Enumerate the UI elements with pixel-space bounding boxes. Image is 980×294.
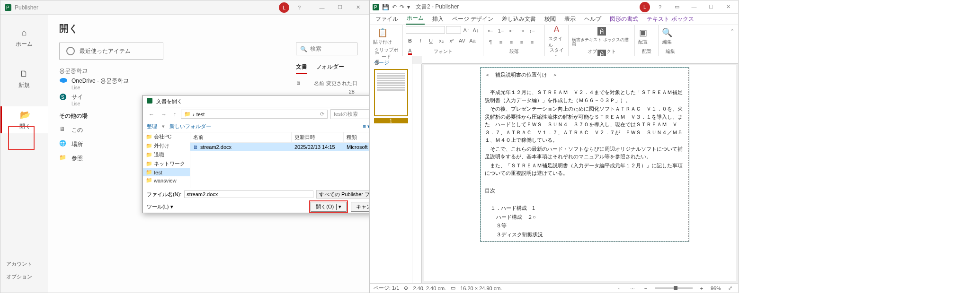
help-icon[interactable]: ?: [653, 2, 667, 12]
main-textbox[interactable]: ＜ 補足説明書の位置付け ＞ 平成元年１２月に、ＳＴＲＥＡＭ Ｖ２．４までを対象…: [481, 68, 689, 242]
tree-wansview[interactable]: 📁wansview: [143, 176, 190, 184]
nav-new[interactable]: 🗋 新規: [0, 65, 48, 92]
clear-format-button[interactable]: Aa: [468, 36, 477, 45]
font-size-combo[interactable]: [446, 26, 461, 34]
close-button[interactable]: ✕: [721, 2, 735, 12]
zoom-slider[interactable]: [655, 287, 693, 289]
ribbon-display-button[interactable]: ▭: [670, 2, 684, 12]
file-row[interactable]: 🗎stream2.docx 2025/02/13 14:15 Microsoft…: [190, 143, 391, 151]
filename-label: ファイル名(N):: [147, 191, 181, 198]
zoom-level[interactable]: 96%: [711, 285, 721, 291]
view-spread-button[interactable]: ▫▫: [628, 284, 637, 293]
tab-folders[interactable]: フォルダー: [316, 61, 344, 74]
collapse-ribbon-button[interactable]: ⌃: [728, 27, 736, 35]
horizontal-ruler[interactable]: [422, 56, 738, 64]
filename-input[interactable]: [184, 190, 313, 198]
grow-font-button[interactable]: A↑: [462, 26, 471, 35]
arrange-button[interactable]: ▣配置: [638, 26, 648, 47]
align-right-button[interactable]: ≡: [517, 38, 526, 46]
align-left-button[interactable]: ≡: [497, 38, 505, 46]
tree-test[interactable]: 📁test: [143, 168, 190, 176]
tree-company-pc[interactable]: 📁会社PC: [143, 132, 190, 141]
col-name[interactable]: 名前: [303, 80, 326, 87]
tab-shapeformat[interactable]: 図形の書式: [609, 14, 639, 25]
nav-options[interactable]: オプション: [0, 270, 48, 283]
redo-icon[interactable]: ↷: [400, 4, 404, 10]
maximize-button[interactable]: ☐: [704, 2, 718, 12]
styles-button[interactable]: Aスタイル: [548, 26, 565, 47]
tab-mailmerge[interactable]: 差し込み文書: [501, 14, 537, 25]
numbering-button[interactable]: 1≡: [497, 26, 505, 35]
char-spacing-button[interactable]: AV: [458, 36, 466, 45]
vertical-ruler[interactable]: [412, 64, 422, 283]
page-canvas[interactable]: ＜ 補足説明書の位置付け ＞ 平成元年１２月に、ＳＴＲＥＡＭ Ｖ２．４までを対象…: [424, 65, 736, 281]
tab-insert[interactable]: 挿入: [431, 14, 445, 25]
tab-file[interactable]: ファイル: [374, 14, 399, 25]
nav-up-button[interactable]: ↑: [171, 111, 178, 118]
bold-button[interactable]: B: [406, 36, 414, 45]
editing-button[interactable]: 🔍編集: [661, 26, 673, 47]
new-folder-button[interactable]: 新しいフォルダー: [169, 123, 211, 130]
app-title: Publisher: [15, 4, 38, 11]
view-single-button[interactable]: ▫: [615, 284, 624, 293]
qat-more-icon[interactable]: ▾: [407, 4, 410, 10]
justify-button[interactable]: ≡: [528, 38, 536, 46]
fit-page-button[interactable]: ⤢: [726, 284, 734, 293]
line-spacing-button[interactable]: ↕≡: [528, 26, 536, 35]
maximize-button[interactable]: ☐: [333, 3, 347, 12]
organize-menu[interactable]: 整理: [147, 123, 157, 130]
tab-view[interactable]: 表示: [563, 14, 577, 25]
col-modified[interactable]: 変更された日: [326, 80, 357, 87]
folder-tree[interactable]: 📁会社PC 📁外付け 📁退職 📁ネットワーク 📁test 📁wansview: [143, 132, 190, 188]
underline-button[interactable]: U: [427, 36, 435, 45]
nav-back-button[interactable]: ←: [147, 111, 156, 118]
publisher-icon: P: [4, 4, 12, 11]
tab-review[interactable]: 校閲: [543, 14, 557, 25]
draw-h-textbox-button[interactable]: 🅰横書きテキスト ボックスの描画: [571, 26, 632, 47]
decrease-indent-button[interactable]: ⇤: [507, 26, 516, 35]
nav-account[interactable]: アカウント: [0, 258, 48, 270]
shrink-font-button[interactable]: A↓: [472, 26, 480, 35]
nav-home[interactable]: ⌂ ホーム: [0, 24, 48, 51]
tab-help[interactable]: ヘルプ: [583, 14, 602, 25]
status-page[interactable]: ページ: 1/1: [374, 285, 399, 292]
tab-pagedesign[interactable]: ページ デザイン: [451, 14, 494, 25]
tools-menu[interactable]: ツール(L): [147, 204, 169, 209]
tab-textbox[interactable]: テキスト ボックス: [646, 14, 695, 25]
onedrive-item[interactable]: OneDrive - 용문중학교 Lise: [59, 77, 168, 90]
zoom-out-button[interactable]: −: [641, 284, 650, 293]
status-bar: ページ: 1/1 ⊕ 2.40, 2.40 cm. ▭ 16.20 × 24.9…: [370, 283, 738, 293]
align-center-button[interactable]: ≡: [507, 38, 516, 46]
recent-items-button[interactable]: 最近使ったアイテム: [59, 43, 163, 60]
bullets-button[interactable]: •≡: [486, 26, 495, 35]
pilcrow-button[interactable]: ¶: [486, 38, 495, 46]
help2-icon[interactable]: ?: [292, 3, 306, 12]
search-input[interactable]: 🔍 検索: [296, 43, 357, 55]
account-avatar[interactable]: L: [279, 2, 289, 13]
save-icon[interactable]: 💾: [382, 4, 389, 10]
account-avatar[interactable]: L: [640, 2, 650, 12]
tree-network[interactable]: 📁ネットワーク: [143, 159, 190, 168]
page-thumbnail[interactable]: [374, 69, 408, 116]
font-family-combo[interactable]: [406, 26, 445, 34]
tree-retire[interactable]: 📁退職: [143, 150, 190, 159]
col-name[interactable]: 名前: [190, 132, 292, 142]
nav-fwd-button[interactable]: →: [159, 111, 169, 118]
quick-access-toolbar: P 💾 ↶ ↷ ▾ 文書2 - Publisher L ? ▭ — ☐ ✕: [370, 0, 738, 14]
tab-documents[interactable]: 文書: [296, 61, 307, 74]
paste-button[interactable]: 📋貼り付け: [373, 26, 392, 47]
col-date[interactable]: 更新日時: [292, 132, 344, 142]
italic-button[interactable]: I: [416, 36, 425, 45]
address-bar[interactable]: 📁› test ⟳: [181, 110, 328, 119]
tree-external[interactable]: 📁外付け: [143, 141, 190, 150]
zoom-in-button[interactable]: +: [697, 284, 706, 293]
undo-icon[interactable]: ↶: [392, 4, 397, 10]
close-button[interactable]: ✕: [351, 3, 365, 12]
minimize-button[interactable]: —: [687, 2, 701, 12]
increase-indent-button[interactable]: ⇥: [517, 26, 526, 35]
minimize-button[interactable]: —: [315, 3, 329, 12]
subscript-button[interactable]: x₂: [437, 36, 445, 45]
open-button[interactable]: 開く(O) │▾: [311, 202, 347, 212]
tab-home[interactable]: ホーム: [406, 13, 425, 25]
superscript-button[interactable]: x²: [447, 36, 456, 45]
